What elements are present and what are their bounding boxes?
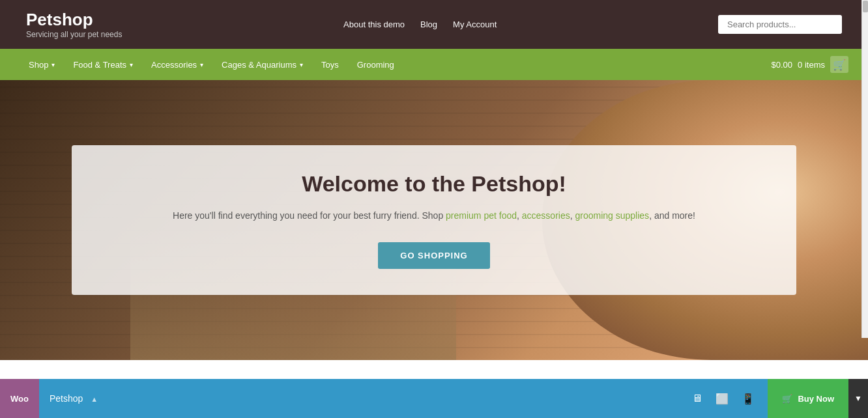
desktop-icon[interactable]: 🖥 [692, 393, 702, 404]
premium-pet-food-link[interactable]: premium pet food [446, 210, 517, 221]
hero-title: Welcome to the Petshop! [111, 171, 757, 197]
accessories-chevron-icon: ▾ [200, 61, 203, 68]
about-demo-link[interactable]: About this demo [343, 20, 405, 29]
hero-content-box: Welcome to the Petshop! Here you'll find… [72, 145, 796, 295]
brand: Petshop Servicing all your pet needs [26, 10, 122, 39]
cart-item-count: 0 items [798, 60, 825, 70]
scrollbar-thumb[interactable] [863, 1, 868, 12]
cart-icon: 🛒 [830, 56, 848, 73]
bottom-admin-bar: Woo Petshop ▲ 🖥 ⬜ 📱 🛒 Buy Now ▼ [0, 379, 868, 418]
device-preview-icons: 🖥 ⬜ 📱 [679, 393, 768, 405]
search-input[interactable] [718, 15, 842, 34]
cart-summary[interactable]: $0.00 0 items 🛒 [772, 56, 848, 73]
accessories-link[interactable]: accessories [522, 210, 570, 221]
nav-accessories[interactable]: Accessories ▾ [142, 49, 212, 80]
scrollbar[interactable] [861, 0, 868, 338]
site-tagline: Servicing all your pet needs [26, 30, 122, 39]
go-shopping-button[interactable]: GO SHOPPING [378, 242, 489, 269]
hero-description: Here you'll find everything you need for… [111, 208, 757, 224]
buy-now-button[interactable]: 🛒 Buy Now [768, 379, 848, 418]
chevron-down-icon: ▼ [854, 394, 862, 403]
grooming-supplies-link[interactable]: grooming supplies [575, 210, 650, 221]
nav-food-treats[interactable]: Food & Treats ▾ [64, 49, 142, 80]
my-account-link[interactable]: My Account [453, 20, 497, 29]
main-navbar: Shop ▾ Food & Treats ▾ Accessories ▾ Cag… [0, 49, 868, 80]
blog-link[interactable]: Blog [420, 20, 437, 29]
woo-badge: Woo [0, 379, 39, 418]
food-chevron-icon: ▾ [130, 61, 133, 68]
search-box [718, 15, 842, 34]
bottom-site-name: Petshop ▲ [39, 393, 679, 404]
tablet-icon[interactable]: ⬜ [716, 393, 729, 405]
hero-section: Welcome to the Petshop! Here you'll find… [0, 80, 868, 360]
expand-chevron-button[interactable]: ▼ [848, 379, 868, 418]
nav-cages-aquariums[interactable]: Cages & Aquariums ▾ [212, 49, 312, 80]
cart-icon-small: 🛒 [782, 394, 792, 404]
nav-toys[interactable]: Toys [312, 49, 348, 80]
bottom-chevron-up-icon[interactable]: ▲ [91, 395, 98, 403]
shop-chevron-icon: ▾ [51, 61, 55, 68]
cages-chevron-icon: ▾ [300, 61, 303, 68]
nav-shop[interactable]: Shop ▾ [20, 49, 64, 80]
header-nav: About this demo Blog My Account [343, 20, 497, 29]
cart-price: $0.00 [772, 60, 793, 70]
nav-grooming[interactable]: Grooming [348, 49, 403, 80]
mobile-icon[interactable]: 📱 [742, 393, 755, 405]
site-header: Petshop Servicing all your pet needs Abo… [0, 0, 868, 49]
site-title: Petshop [26, 10, 122, 30]
